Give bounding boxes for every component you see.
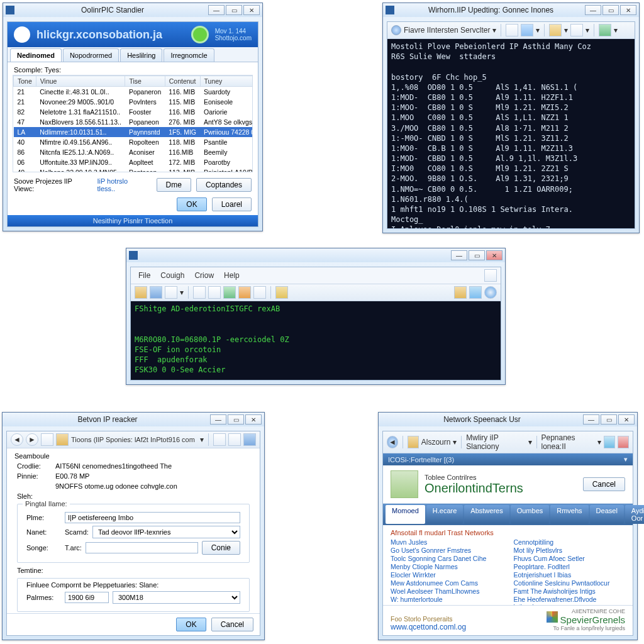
forward-icon[interactable]: ► — [26, 433, 38, 446]
tool-right-icon[interactable] — [484, 269, 497, 282]
tb-icon-7[interactable] — [238, 286, 251, 299]
footer-link[interactable]: IiP hotrslo tless.. — [97, 177, 146, 192]
tb-icon-8[interactable] — [253, 286, 266, 299]
tb-icon-11[interactable] — [469, 286, 482, 299]
table-row[interactable]: LANdlimmre:10.0131.51..Paynnsntd1F5. MIG… — [14, 127, 253, 137]
ptab-0[interactable]: Momoed — [386, 505, 425, 524]
gear-icon[interactable] — [604, 436, 615, 448]
link-item[interactable]: Ehe Heoferwafrener.Dflvode letiocslos — [514, 596, 626, 605]
tool-icon-5[interactable] — [599, 24, 611, 36]
titlebar[interactable]: Betvon IP reacker — ▭ ✕ — [3, 413, 264, 426]
col-header[interactable]: Tuney — [200, 76, 253, 87]
tb-icon-10[interactable] — [454, 286, 467, 299]
tb-icon-5[interactable] — [208, 286, 221, 299]
titlebar[interactable]: Network Speenack Usr — ▭ ✕ — [379, 413, 637, 426]
nav-icon-2[interactable] — [228, 433, 241, 446]
menu-file[interactable]: File — [135, 270, 154, 281]
titlebar[interactable]: OolinrPIC Standier — ▭ ✕ — [3, 3, 262, 17]
table-row[interactable]: 06Uffontuite.33 MP.liNJ09..Aoplteet172. … — [14, 157, 253, 167]
tb-icon-12[interactable] — [484, 286, 497, 299]
link-item[interactable]: Go Uset's Gonnrer Fmstres — [391, 547, 502, 554]
tab-3[interactable]: Irregnomcle — [164, 48, 214, 62]
minimize-button[interactable]: — — [210, 414, 226, 425]
table-row[interactable]: 21Novonee:29 M005..901/0Povlnters115. MI… — [14, 97, 253, 107]
minimize-button[interactable]: — — [585, 5, 601, 15]
tab-1[interactable]: Nopodrormed — [63, 48, 119, 62]
ptab-1[interactable]: H.ecare — [426, 505, 464, 524]
ok-button[interactable]: OK — [177, 197, 206, 211]
scand-select[interactable]: Tad deovor lIfP-texnries — [92, 526, 240, 538]
ptab-2[interactable]: Abstweres — [464, 505, 509, 524]
col-header[interactable]: Tise — [125, 76, 165, 87]
close-button[interactable]: ✕ — [620, 5, 636, 15]
link-item[interactable]: Cotionline Seslcinu Pwntaotlocur — [514, 579, 626, 587]
addr-item-1[interactable]: Mwliry iIP Slanciony — [466, 433, 525, 451]
addr-item-0[interactable]: Alszourn — [421, 438, 451, 447]
folder-icon[interactable] — [41, 433, 53, 446]
palmes-select[interactable]: 300M18 — [113, 591, 240, 604]
plme-input[interactable] — [65, 512, 240, 523]
link-item[interactable]: Peoplrtare. Fodlterl — [514, 563, 626, 570]
console-output[interactable]: FShitge AD-ederotionISTGFC rexAB M6R0O80… — [131, 301, 501, 380]
menu-criow[interactable]: Criow — [191, 270, 218, 281]
link-item[interactable]: Mew Astdonumee Com Cams — [391, 579, 502, 587]
link-item[interactable]: Fhuvs Cum Afoec Setler — [514, 555, 626, 562]
col-header[interactable]: Contenut — [165, 76, 200, 87]
addr-item-2[interactable]: Pepnanes lonea:II — [541, 433, 596, 451]
help-icon[interactable] — [618, 436, 629, 448]
link-item[interactable]: W: humterlortoule — [391, 596, 502, 603]
link-item[interactable]: Menby Ctiople Narmes — [391, 563, 502, 570]
tab-0[interactable]: Nedinomed — [10, 48, 62, 62]
table-row[interactable]: 21Cinectte il:.48.31 0L.0I..Popaneron116… — [14, 87, 253, 97]
close-button[interactable]: ✕ — [245, 414, 262, 425]
tool-icon-1[interactable] — [506, 24, 518, 36]
chevron-down-icon[interactable]: ▾ — [180, 288, 184, 297]
tool-a-icon[interactable] — [408, 436, 419, 448]
link-item[interactable]: Elocler Wirrkter — [391, 571, 502, 579]
link-item[interactable]: Cennotpitiling — [514, 538, 626, 546]
tb-icon-9[interactable] — [275, 286, 288, 299]
close-button[interactable]: ✕ — [486, 250, 502, 260]
close-button[interactable]: ✕ — [243, 5, 260, 15]
titlebar[interactable]: Wirhorn.IIP Upedting: Gonnec Inones — ▭ … — [383, 3, 639, 17]
table-row[interactable]: 40Nfimtre i0.49.156.AN96..Ropolteen118. … — [14, 137, 253, 147]
results-table[interactable]: ToneVinueTiseContenutTuney21Cinectte il:… — [13, 75, 253, 172]
back-icon[interactable]: ◄ — [11, 433, 23, 446]
maximize-button[interactable]: ▭ — [228, 414, 244, 425]
menu-cough[interactable]: Couigh — [157, 270, 188, 281]
tb-icon-4[interactable] — [193, 286, 206, 299]
chevron-down-icon[interactable]: ▾ — [200, 435, 204, 444]
titlebar[interactable]: — ▭ ✕ — [126, 248, 505, 262]
link-item[interactable]: Woel Aeolseer ThamLlhownes — [391, 587, 502, 595]
tab-2[interactable]: Heslilring — [120, 48, 162, 62]
chevron-down-icon[interactable]: ▾ — [564, 26, 568, 35]
col-header[interactable]: Tone — [14, 76, 36, 87]
ptab-3[interactable]: Oumbes — [511, 505, 550, 524]
link-item[interactable]: Toolc Sgonning Cars Danet Cihe — [391, 555, 502, 562]
cancel-button[interactable]: Cancel — [211, 618, 253, 631]
menu-help[interactable]: Help — [220, 270, 243, 281]
col-header[interactable]: Vinue — [36, 76, 125, 87]
cancel-button[interactable]: Cancel — [583, 477, 625, 491]
tb-icon-1[interactable] — [135, 286, 147, 299]
table-row[interactable]: 82Neletotre 1.31 flaA211510..Fooster116.… — [14, 107, 253, 117]
maximize-button[interactable]: ▭ — [602, 5, 619, 15]
chevron-down-icon[interactable]: ▾ — [492, 26, 496, 35]
link-item[interactable]: Mot lily Pletlsvlrs — [514, 547, 626, 554]
ptab-4[interactable]: Rmvehs — [550, 505, 588, 524]
palmes-input1[interactable] — [65, 592, 109, 603]
maximize-button[interactable]: ▭ — [601, 414, 617, 425]
doc-icon[interactable] — [56, 433, 69, 446]
link-item[interactable]: Muvn Jusles — [391, 538, 502, 546]
maximize-button[interactable]: ▭ — [226, 5, 242, 15]
conie-button[interactable]: Conie — [202, 541, 240, 555]
tool-icon-2[interactable] — [521, 24, 533, 36]
table-row[interactable]: 40Nolhone 22.09.19.3.MN05..Pontseon113. … — [14, 167, 253, 172]
table-row[interactable]: 86Nitcnfa IE25.1J.:A.N069..Aconiser116.M… — [14, 147, 253, 157]
maximize-button[interactable]: ▭ — [469, 250, 485, 260]
ok-button[interactable]: OK — [176, 618, 206, 631]
link-item[interactable]: Eotnjerishuet l Ibias — [514, 571, 626, 579]
tb-icon-6[interactable] — [223, 286, 236, 299]
ptab-5[interactable]: Deasel — [590, 505, 624, 524]
contandes-button[interactable]: Coptandes — [196, 178, 252, 192]
